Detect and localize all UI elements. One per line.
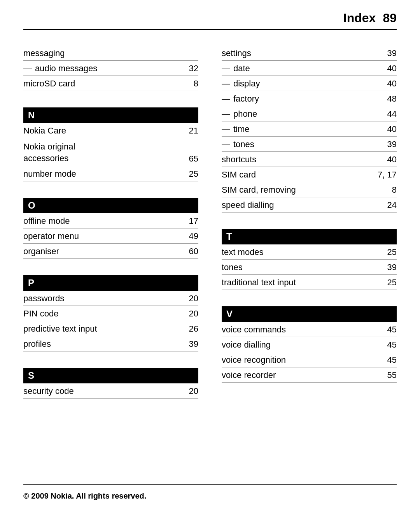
index-term: Nokia Care [23, 126, 179, 136]
list-item: voice recognition 45 [222, 352, 397, 367]
index-term: security code [23, 386, 179, 396]
index-term: microSD card [23, 79, 179, 89]
index-page-ref: 44 [377, 109, 397, 119]
index-page-ref: 20 [179, 309, 198, 319]
index-page-ref: 24 [377, 200, 397, 210]
index-page-ref: 39 [377, 48, 397, 58]
index-page-ref: 26 [179, 324, 198, 334]
section-header-v: V [222, 306, 397, 322]
list-item: PIN code 20 [23, 306, 198, 321]
index-term: passwords [23, 293, 179, 304]
list-item: tones 39 [222, 260, 397, 275]
index-term: voice dialling [222, 340, 377, 350]
index-page-ref: 20 [179, 386, 198, 396]
list-item: predictive text input 26 [23, 321, 198, 336]
list-item: —tones 39 [222, 137, 397, 152]
header-page-number: 89 [383, 11, 397, 25]
section-header-s: S [23, 368, 198, 383]
index-term: shortcuts [222, 155, 377, 165]
index-term: —audio messages [23, 63, 179, 74]
index-term: Nokia originalaccessories [23, 141, 179, 164]
page-footer: © 2009 Nokia. All rights reserved. [23, 484, 397, 501]
index-page-ref: 8 [179, 79, 198, 89]
index-page-ref: 7, 17 [377, 170, 397, 180]
section-header-t: T [222, 229, 397, 244]
list-item: shortcuts 40 [222, 152, 397, 167]
index-page-ref: 17 [179, 216, 198, 226]
index-page-ref: 25 [377, 278, 397, 288]
header-title: Index [343, 11, 376, 25]
list-item: operator menu 49 [23, 228, 198, 244]
page: Index 89 messaging —audio messages 32 mi… [0, 0, 420, 520]
index-term: predictive text input [23, 324, 179, 334]
index-page-ref: 20 [179, 293, 198, 304]
index-term: —tones [222, 139, 377, 149]
index-term: number mode [23, 169, 179, 179]
list-item: messaging [23, 46, 198, 61]
index-page-ref: 45 [377, 325, 397, 335]
index-term: —phone [222, 109, 377, 119]
index-page-ref: 60 [179, 246, 198, 256]
list-item: settings 39 [222, 46, 397, 61]
index-page-ref: 45 [377, 340, 397, 350]
index-page-ref: 32 [179, 63, 198, 74]
index-term: offline mode [23, 216, 179, 226]
list-item: voice dialling 45 [222, 337, 397, 352]
index-term: voice commands [222, 325, 377, 335]
index-term: —time [222, 124, 377, 134]
index-page-ref: 8 [377, 185, 397, 195]
index-term: operator menu [23, 231, 179, 241]
index-term: PIN code [23, 309, 179, 319]
list-item: —date 40 [222, 61, 397, 76]
index-page-ref: 65 [179, 154, 198, 164]
list-item: passwords 20 [23, 291, 198, 306]
list-item: —audio messages 32 [23, 61, 198, 76]
index-page-ref: 39 [377, 262, 397, 272]
index-page-ref: 39 [377, 139, 397, 149]
index-term: profiles [23, 339, 179, 349]
list-item: organiser 60 [23, 244, 198, 259]
index-term: messaging [23, 48, 179, 58]
list-item: security code 20 [23, 383, 198, 399]
index-term: traditional text input [222, 278, 377, 288]
section-header-p: P [23, 275, 198, 291]
index-page-ref: 39 [179, 339, 198, 349]
index-term: organiser [23, 246, 179, 256]
list-item: voice recorder 55 [222, 367, 397, 383]
index-term: text modes [222, 247, 377, 257]
list-item: Nokia originalaccessories 65 [23, 138, 198, 166]
index-term: speed dialling [222, 200, 377, 210]
list-item: —display 40 [222, 76, 397, 91]
list-item: profiles 39 [23, 336, 198, 351]
page-header: Index 89 [23, 0, 397, 30]
list-item: speed dialling 24 [222, 197, 397, 213]
list-item: traditional text input 25 [222, 275, 397, 290]
list-item: —time 40 [222, 121, 397, 137]
index-page-ref: 40 [377, 155, 397, 165]
footer-copyright: © 2009 Nokia. All rights reserved. [23, 492, 146, 500]
index-term: tones [222, 262, 377, 272]
list-item: number mode 25 [23, 166, 198, 181]
index-page-ref: 25 [377, 247, 397, 257]
index-page-ref: 49 [179, 231, 198, 241]
index-content: messaging —audio messages 32 microSD car… [23, 46, 397, 399]
list-item: offline mode 17 [23, 213, 198, 228]
index-page-ref: 40 [377, 124, 397, 134]
list-item: text modes 25 [222, 244, 397, 260]
index-page-ref: 21 [179, 126, 198, 136]
left-column: messaging —audio messages 32 microSD car… [23, 46, 198, 399]
index-term: voice recorder [222, 370, 377, 380]
list-item: —phone 44 [222, 106, 397, 121]
index-page-ref: 55 [377, 370, 397, 380]
list-item: microSD card 8 [23, 76, 198, 91]
index-term: SIM card, removing [222, 185, 377, 195]
index-term: settings [222, 48, 377, 58]
list-item: voice commands 45 [222, 322, 397, 337]
section-header-n: N [23, 107, 198, 123]
section-header-o: O [23, 198, 198, 213]
list-item: SIM card 7, 17 [222, 167, 397, 182]
right-column: settings 39 —date 40 —display 40 —factor… [222, 46, 397, 399]
index-page-ref: 48 [377, 94, 397, 104]
list-item: Nokia Care 21 [23, 123, 198, 138]
index-page-ref: 45 [377, 355, 397, 365]
